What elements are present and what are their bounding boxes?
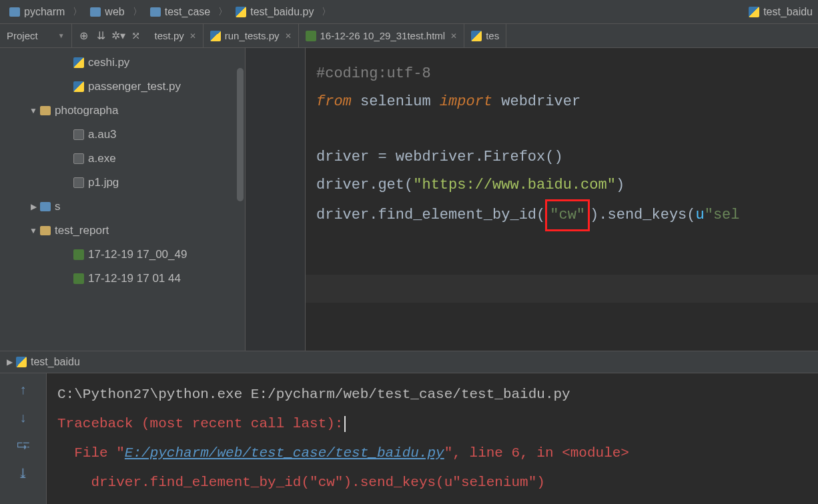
tree-label: 17-12-19 17_00_49 [88,248,187,261]
arrow-up-icon[interactable]: ↑ [15,381,31,397]
code-keyword: from [316,93,352,110]
python-icon [73,81,84,92]
file-icon [73,129,84,140]
tree-label: a.exe [88,152,116,165]
soft-wrap-icon[interactable]: ⮓ [15,437,31,453]
tree-file-report2[interactable]: 17-12-19 17 01 44 [0,267,245,291]
breadcrumb-file[interactable]: test_baidu.py [229,3,320,21]
chevron-down-icon: ▼ [58,32,65,39]
code-text: selenium [352,93,440,110]
python-icon [73,57,84,68]
tree-label: ceshi.py [88,56,129,69]
python-icon [210,31,221,41]
folder-icon [90,7,101,17]
tree-folder-s[interactable]: ▶s [0,195,245,219]
hide-icon[interactable]: ⤱ [128,28,144,44]
text-cursor [344,416,346,432]
chevron-right-icon: 〉 [218,6,228,18]
file-icon [73,177,84,188]
project-tree[interactable]: ceshi.py passenger_test.py ▼photographa … [0,48,246,351]
folder-icon [40,202,51,211]
run-config-name: test_baidu [31,356,80,368]
code-text: driver.find_element_by_id( [316,207,545,223]
console-line: C:\Python27\python.exe E:/pycharm/web/te… [57,387,570,402]
console-file-link[interactable]: E:/pycharm/web/test_case/test_baidu.py [125,445,444,461]
code-text: webdriver [492,93,580,110]
breadcrumb-label: test_baidu.py [250,6,314,18]
html-icon [73,273,84,284]
tree-folder-testreport[interactable]: ▼test_report [0,219,245,243]
code-editor[interactable]: #coding:utf-8 from selenium import webdr… [246,48,818,351]
folder-icon [150,7,161,17]
chevron-down-icon: ▼ [27,226,40,235]
project-view-selector[interactable]: Project ▼ [0,24,71,47]
breadcrumb-testcase[interactable]: test_case [143,3,217,21]
close-icon[interactable]: ✕ [189,31,196,41]
tab-label: run_tests.py [225,30,280,41]
tree-file-ceshi[interactable]: ceshi.py [0,51,245,75]
run-console: ↑ ↓ ⮓ ⤓ C:\Python27\python.exe E:/pychar… [0,373,818,504]
breadcrumb-pycharm[interactable]: pycharm [3,3,71,21]
folder-icon [9,7,20,17]
close-icon[interactable]: ✕ [285,31,292,41]
tree-file-report1[interactable]: 17-12-19 17_00_49 [0,243,245,267]
tab-test[interactable]: test.py ✕ [148,24,203,47]
console-toolbar: ↑ ↓ ⮓ ⤓ [0,373,47,504]
tree-folder-photographa[interactable]: ▼photographa [0,99,245,123]
run-config-selector[interactable]: test_baidu [749,6,818,18]
tree-file-p1jpg[interactable]: p1.jpg [0,171,245,195]
tree-label: a.au3 [88,128,117,141]
scroll-to-end-icon[interactable]: ⤓ [15,465,31,481]
current-line-highlight [306,275,818,303]
python-icon [749,7,759,17]
close-icon[interactable]: ✕ [450,31,457,41]
toolbar: Project ▼ ⊕ ⇊ ✲▾ ⤱ test.py ✕ run_tests.p… [0,24,818,48]
code-text: driver.get( [316,177,413,193]
editor-gutter [246,48,306,351]
run-config-label: test_baidu [763,6,813,18]
code-content[interactable]: #coding:utf-8 from selenium import webdr… [306,48,751,351]
console-traceback: ", line 6, in <module> [444,445,629,461]
python-icon [471,31,482,41]
gear-icon[interactable]: ✲▾ [111,28,127,44]
chevron-right-icon: ▶ [27,202,40,211]
breadcrumb-label: test_case [165,6,210,18]
tab-run-tests[interactable]: run_tests.py ✕ [203,24,299,47]
breadcrumb: pycharm 〉 web 〉 test_case 〉 test_baidu.p… [0,0,818,24]
tab-partial[interactable]: tes [464,24,506,47]
code-text: ).send_keys( [590,207,695,223]
arrow-down-icon[interactable]: ↓ [15,409,31,425]
tree-label: test_report [55,224,109,237]
project-label: Project [7,30,38,41]
console-traceback: driver.find_element_by_id("cw").send_key… [57,475,545,490]
tree-file-aau3[interactable]: a.au3 [0,123,245,147]
python-icon [16,357,27,367]
console-traceback: Traceback (most recent call last): [57,416,343,431]
scrollbar-thumb[interactable] [237,68,244,201]
tree-label: passenger_test.py [88,80,181,93]
run-tool-header[interactable]: ▶ test_baidu [0,351,818,373]
tab-html-report[interactable]: 16-12-26 10_29_31test.html ✕ [299,24,465,47]
tree-file-passenger[interactable]: passenger_test.py [0,75,245,99]
code-comment: #coding:utf-8 [316,65,431,82]
tab-label: tes [486,30,499,41]
tree-label: 17-12-19 17 01 44 [88,272,181,285]
code-string: "sel [705,207,740,223]
collapse-icon[interactable]: ⇊ [93,28,109,44]
console-traceback: File " [57,445,125,461]
breadcrumb-label: pycharm [24,6,65,18]
code-text: ) [616,177,625,193]
chevron-right-icon: 〉 [133,6,142,18]
tab-label: 16-12-26 10_29_31test.html [320,30,446,41]
tree-label: photographa [55,104,118,117]
breadcrumb-web[interactable]: web [83,3,131,21]
tree-label: s [55,200,61,213]
code-text: driver = webdriver.Firefox() [316,149,563,165]
tree-file-aexe[interactable]: a.exe [0,147,245,171]
error-highlight: "cw" [545,199,590,231]
code-string: "cw" [550,207,585,223]
target-icon[interactable]: ⊕ [76,28,92,44]
html-icon [306,31,316,41]
console-output[interactable]: C:\Python27\python.exe E:/pycharm/web/te… [47,373,657,504]
tree-label: p1.jpg [88,176,119,189]
